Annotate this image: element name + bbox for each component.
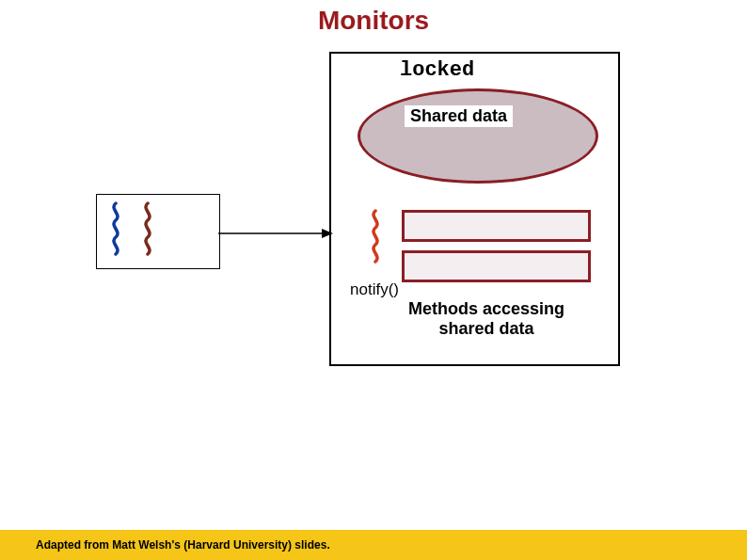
arrow-icon bbox=[218, 224, 333, 243]
methods-caption-line1: Methods accessing bbox=[408, 299, 564, 318]
shared-data-ellipse bbox=[358, 88, 598, 184]
thread-icon bbox=[139, 201, 156, 258]
locked-label: locked bbox=[400, 58, 474, 82]
method-slot-2 bbox=[402, 250, 591, 282]
method-slot-1 bbox=[402, 210, 591, 242]
svg-marker-1 bbox=[322, 229, 333, 238]
methods-caption: Methods accessing shared data bbox=[408, 299, 564, 338]
footer-attribution: Adapted from Matt Welsh's (Harvard Unive… bbox=[36, 538, 330, 552]
methods-caption-line2: shared data bbox=[439, 319, 534, 338]
slide-title: Monitors bbox=[0, 6, 747, 36]
shared-data-label: Shared data bbox=[405, 105, 513, 127]
thread-icon bbox=[367, 209, 384, 265]
notify-label: notify() bbox=[348, 280, 401, 299]
thread-icon bbox=[107, 201, 124, 258]
